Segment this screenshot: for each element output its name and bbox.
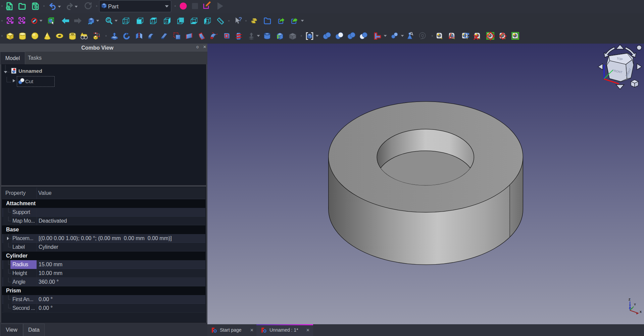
svg-text:F: F <box>277 34 280 40</box>
svg-text:Y: Y <box>634 303 636 306</box>
svg-text:Z: Z <box>629 298 631 301</box>
svg-text:Part: Part <box>108 3 118 10</box>
svg-text:Cut: Cut <box>25 78 34 84</box>
svg-text:Unnamed: Unnamed <box>18 68 42 74</box>
svg-text:?: ? <box>239 16 242 22</box>
svg-text:X: X <box>640 310 642 314</box>
